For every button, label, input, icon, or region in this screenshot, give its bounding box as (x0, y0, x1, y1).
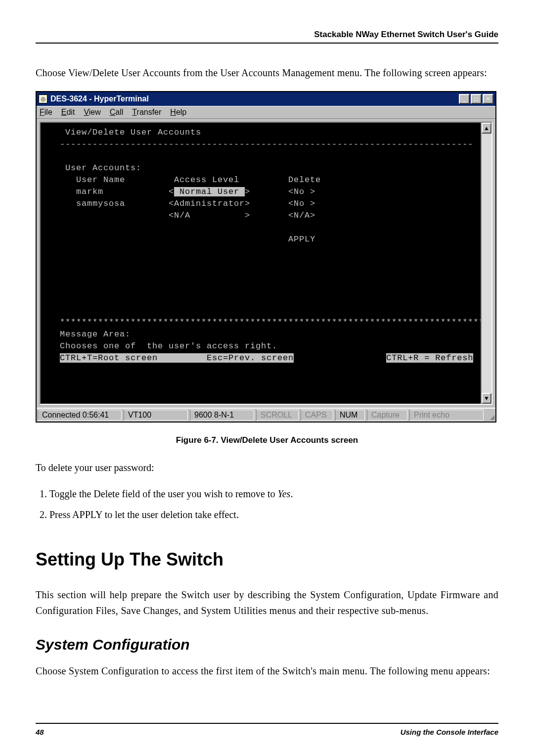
page-footer: 48 Using the Console Interface (36, 723, 498, 736)
close-button[interactable]: × (483, 94, 493, 104)
minimize-button[interactable]: _ (459, 94, 470, 104)
term-line: ****************************************… (44, 318, 481, 327)
scroll-up-button[interactable]: ▲ (482, 123, 491, 134)
footer-hint-right: CTRL+R = Refresh (386, 353, 473, 363)
footer-section: Using the Console Interface (400, 728, 498, 736)
term-line: Message Area: (44, 330, 131, 339)
sysconf-paragraph: Choose System Configuration to access th… (36, 663, 498, 679)
term-line: <N/A > <N/A> (44, 211, 315, 220)
menu-transfer[interactable]: Transfer (132, 108, 161, 117)
resize-grip-icon[interactable]: ◢ (485, 409, 495, 422)
term-line: > <No > (245, 187, 315, 196)
running-header: Stackable NWay Ethernet Switch User's Gu… (36, 30, 498, 40)
vertical-scrollbar[interactable]: ▲ ▼ (481, 123, 491, 404)
status-capture: Capture (367, 410, 407, 421)
heading-system-config: System Configuration (36, 636, 498, 653)
page-number: 48 (36, 728, 44, 736)
menu-call[interactable]: Call (110, 108, 124, 117)
step-2: 2. Press APPLY to let the user deletion … (40, 507, 498, 522)
term-line: User Name Access Level Delete (44, 175, 321, 185)
hyperterminal-window: ◎ DES-3624 - HyperTerminal _ □ × File Ed… (36, 91, 496, 423)
scroll-down-button[interactable]: ▼ (482, 393, 491, 404)
term-line (294, 353, 386, 363)
figure-caption: Figure 6-7. View/Delete User Accounts sc… (36, 435, 498, 445)
term-line: sammysosa <Administrator> <No > (44, 199, 315, 208)
delete-intro: To delete your user password: (36, 460, 498, 475)
heading-setting-up: Setting Up The Switch (36, 549, 498, 570)
step-1-yes: Yes (277, 488, 290, 499)
setup-paragraph: This section will help prepare the Switc… (36, 587, 498, 618)
step-1: 1. Toggle the Delete field of the user y… (40, 486, 498, 502)
status-scroll: SCROLL (256, 410, 299, 421)
maximize-button[interactable]: □ (471, 94, 482, 104)
status-emulation: VT100 (124, 410, 188, 421)
apply-action[interactable]: APPLY (44, 235, 315, 244)
status-bar: Connected 0:56:41 VT100 9600 8-N-1 SCROL… (37, 408, 495, 422)
window-title: DES-3624 - HyperTerminal (50, 94, 149, 103)
status-settings: 9600 8-N-1 (190, 410, 254, 421)
terminal-view[interactable]: View/Delete User Accounts --------------… (41, 123, 481, 404)
term-line: User Accounts: (44, 163, 141, 173)
term-line: ----------------------------------------… (44, 140, 473, 149)
term-line (44, 353, 60, 363)
status-connected: Connected 0:56:41 (38, 410, 122, 421)
status-caps: CAPS (301, 410, 333, 421)
menu-view[interactable]: View (84, 108, 100, 117)
title-bar[interactable]: ◎ DES-3624 - HyperTerminal _ □ × (37, 92, 495, 106)
term-line: View/Delete User Accounts (44, 128, 201, 137)
steps-list: 1. Toggle the Delete field of the user y… (40, 486, 498, 522)
menu-file[interactable]: File (40, 108, 52, 117)
app-icon: ◎ (39, 94, 47, 103)
header-rule (36, 43, 498, 44)
footer-rule (36, 723, 498, 724)
selected-access-level[interactable]: Normal User (174, 187, 245, 196)
menu-help[interactable]: Help (170, 108, 186, 117)
status-num: NUM (335, 410, 365, 421)
menu-edit[interactable]: Edit (61, 108, 75, 117)
status-printecho: Print echo (409, 410, 484, 421)
menubar: File Edit View Call Transfer Help (37, 106, 495, 119)
intro-paragraph: Choose View/Delete User Accounts from th… (36, 65, 498, 80)
term-line: Chooses one of the user's access right. (44, 341, 277, 351)
footer-hint-left: CTRL+T=Root screen Esc=Prev. screen (60, 353, 294, 363)
term-line: markm < (44, 187, 174, 196)
